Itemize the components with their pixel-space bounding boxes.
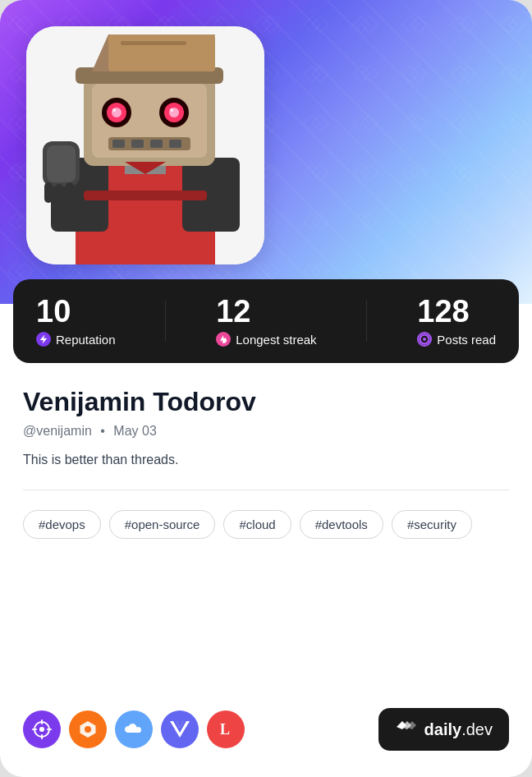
section-divider	[23, 490, 509, 490]
brand-badge: daily.dev	[378, 708, 509, 751]
svg-point-33	[423, 338, 426, 341]
profile-joindate: May 03	[113, 424, 156, 438]
profile-name: Venijamin Todorov	[23, 386, 509, 417]
source-icon-crosshair[interactable]	[23, 710, 61, 748]
streak-stat: 12 Longest streak	[216, 296, 316, 347]
reputation-icon	[36, 332, 51, 347]
source-icons: L	[23, 710, 245, 748]
profile-meta: @venijamin • May 03	[23, 424, 509, 439]
posts-label-row: Posts read	[417, 332, 496, 347]
svg-rect-22	[131, 140, 144, 148]
svg-point-40	[85, 726, 91, 733]
profile-bio: This is better than threads.	[23, 450, 509, 470]
tag-devtools[interactable]: #devtools	[300, 510, 383, 539]
svg-rect-18	[108, 34, 215, 71]
tags-container: #devops #open-source #cloud #devtools #s…	[23, 510, 509, 539]
streak-icon	[216, 332, 231, 347]
brand-logo-icon	[395, 718, 418, 741]
meta-dot: •	[100, 424, 105, 438]
hero-section	[0, 0, 532, 304]
source-icon-vuejs[interactable]	[161, 710, 199, 748]
reputation-label-row: Reputation	[36, 332, 116, 347]
tag-devops[interactable]: #devops	[23, 510, 101, 539]
svg-point-15	[170, 108, 173, 112]
svg-rect-19	[121, 41, 186, 45]
bottom-row: L daily.dev	[0, 708, 532, 777]
svg-rect-21	[112, 140, 125, 148]
svg-rect-23	[150, 140, 163, 148]
streak-label: Longest streak	[236, 333, 316, 347]
streak-value: 12	[216, 296, 316, 327]
posts-value: 128	[417, 296, 496, 327]
svg-rect-28	[55, 184, 63, 205]
svg-text:L: L	[220, 721, 230, 738]
divider-2	[366, 301, 367, 342]
posts-stat: 128 Posts read	[417, 296, 496, 347]
posts-label: Posts read	[437, 333, 496, 347]
brand-name: daily.dev	[424, 720, 493, 739]
streak-label-row: Longest streak	[216, 332, 316, 347]
stats-bar: 10 Reputation 12	[13, 279, 519, 363]
profile-card: 10 Reputation 12	[0, 0, 532, 777]
svg-rect-26	[47, 145, 76, 182]
reputation-label: Reputation	[56, 333, 116, 347]
reputation-value: 10	[36, 296, 116, 327]
source-icon-cloudflare[interactable]	[115, 710, 153, 748]
posts-icon	[417, 332, 432, 347]
svg-rect-24	[169, 140, 181, 148]
profile-info: Venijamin Todorov @venijamin • May 03 Th…	[0, 363, 532, 708]
svg-rect-31	[84, 191, 207, 200]
svg-rect-27	[44, 182, 53, 203]
divider-1	[165, 301, 166, 342]
avatar-container	[26, 26, 264, 264]
reputation-stat: 10 Reputation	[36, 296, 116, 347]
profile-username: @venijamin	[23, 424, 92, 438]
source-icon-laravel[interactable]: L	[207, 710, 245, 748]
svg-point-35	[39, 727, 44, 732]
tag-cloud[interactable]: #cloud	[223, 510, 291, 539]
source-icon-hashnode[interactable]	[69, 710, 107, 748]
tag-security[interactable]: #security	[392, 510, 472, 539]
tag-open-source[interactable]: #open-source	[109, 510, 216, 539]
svg-point-11	[112, 108, 116, 112]
avatar	[26, 26, 264, 264]
svg-rect-29	[66, 182, 74, 201]
